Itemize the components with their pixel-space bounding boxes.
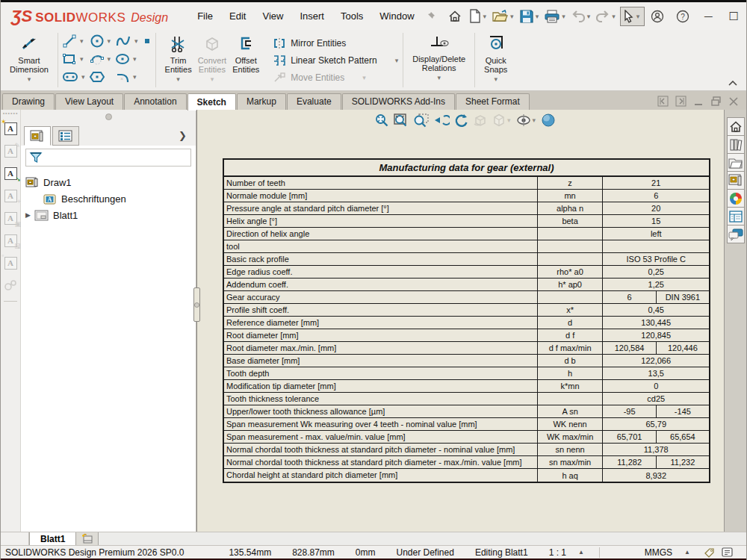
- smart-dimension-button[interactable]: Smart Dimension ▾: [7, 33, 52, 87]
- chevron-down-icon[interactable]: ▾: [612, 13, 616, 20]
- table-row[interactable]: Gear accuracy6DIN 3961: [224, 291, 709, 304]
- table-row[interactable]: Profile shift coeff.x*0,45: [224, 304, 709, 317]
- save-note-button[interactable]: A🖫: [2, 231, 19, 249]
- table-row[interactable]: tool: [224, 240, 709, 253]
- chevron-down-icon[interactable]: ▾: [587, 13, 591, 20]
- chevron-down-icon[interactable]: ▾: [211, 75, 214, 83]
- table-row[interactable]: Helix angle [°]beta15: [224, 215, 709, 228]
- tab-view-layout[interactable]: View Layout: [55, 93, 123, 110]
- tab-sheet-format[interactable]: Sheet Format: [456, 93, 530, 110]
- print-button[interactable]: ▾: [543, 7, 570, 25]
- zoom-region-button[interactable]: [413, 113, 430, 128]
- zoom-to-area-button[interactable]: [393, 113, 409, 128]
- notes-icon[interactable]: [722, 547, 733, 558]
- gear-tool-button[interactable]: [2, 276, 19, 294]
- circle-tool-icon[interactable]: [89, 33, 105, 49]
- lock-note-button[interactable]: A▣: [2, 209, 19, 227]
- help-icon[interactable]: ?: [670, 7, 695, 26]
- table-row[interactable]: Tooth thickness tolerancecd25: [224, 393, 709, 405]
- trim-entities-button[interactable]: Trim Entities ▾: [162, 33, 195, 88]
- panel-splitter[interactable]: [196, 110, 202, 532]
- pane-minimize-icon[interactable]: [693, 96, 704, 107]
- table-row[interactable]: Root diameter [mm]d f120,845: [224, 329, 709, 342]
- table-row[interactable]: Number of teethz21: [224, 177, 709, 190]
- previous-view-button[interactable]: [433, 113, 450, 127]
- gear-data-table[interactable]: Manufacturing data for gear (external) N…: [223, 158, 710, 483]
- table-row[interactable]: Reference diameter [mm]d130,445: [224, 317, 709, 329]
- convert-entities-button[interactable]: Convert Entities ▾: [195, 33, 230, 88]
- chevron-down-icon[interactable]: ▾: [510, 13, 514, 20]
- view-settings-button[interactable]: [541, 113, 556, 128]
- table-row[interactable]: Normal chordal tooth thickness at standa…: [224, 456, 709, 469]
- menu-insert[interactable]: Insert: [291, 6, 332, 26]
- table-row[interactable]: Direction of helix angleleft: [224, 228, 709, 240]
- splitter-handle[interactable]: [193, 287, 200, 322]
- chevron-down-icon[interactable]: ▾: [28, 75, 31, 83]
- account-icon[interactable]: [645, 7, 670, 26]
- edit-note-button[interactable]: A✎: [2, 142, 19, 160]
- line-tool-icon[interactable]: [61, 33, 78, 49]
- table-row[interactable]: Pressure angle at standard pitch diamete…: [224, 202, 709, 215]
- redo-button[interactable]: ▾: [595, 8, 620, 25]
- chevron-down-icon[interactable]: ▾: [395, 57, 399, 64]
- units-popup-icon[interactable]: ▲: [684, 549, 690, 556]
- appearances-button[interactable]: [727, 189, 745, 208]
- display-style-button[interactable]: ▾: [492, 113, 512, 128]
- ghost-note-button[interactable]: A∘: [2, 254, 19, 272]
- menu-window[interactable]: Window: [371, 6, 422, 26]
- quick-snaps-button[interactable]: Quick Snaps ▾: [481, 33, 510, 87]
- table-row[interactable]: Root diameter max./min. [mm]d f max/min1…: [224, 342, 709, 355]
- resources-button[interactable]: [727, 135, 745, 154]
- expand-icon[interactable]: ▶: [25, 211, 34, 219]
- table-row[interactable]: Normal chordal tooth thickness at standa…: [224, 444, 709, 456]
- rotate-view-button[interactable]: [453, 113, 468, 128]
- chevron-down-icon[interactable]: ▾: [108, 55, 111, 63]
- tab-property-manager[interactable]: [52, 126, 79, 146]
- table-row[interactable]: Chordal height at standard pitch diamete…: [224, 469, 709, 482]
- forum-button[interactable]: [727, 225, 745, 243]
- chevron-down-icon[interactable]: ▾: [134, 37, 138, 45]
- rectangle-tool-icon[interactable]: [61, 51, 78, 67]
- table-row[interactable]: Span measurement - max. value/min. value…: [224, 431, 709, 444]
- sheet-scroll-gutter[interactable]: [1, 532, 29, 545]
- spline-tool-icon[interactable]: [114, 33, 132, 49]
- ellipse-tool-icon[interactable]: [114, 51, 131, 67]
- add-note-button[interactable]: A+: [2, 187, 19, 205]
- mirror-entities-button[interactable]: Mirror Entities: [273, 35, 398, 52]
- chevron-down-icon[interactable]: ▾: [507, 116, 511, 124]
- table-row[interactable]: Normale module [mm]mn6: [224, 190, 709, 202]
- previous-pane-icon[interactable]: [657, 96, 669, 107]
- view-palette-button[interactable]: [727, 171, 745, 190]
- chevron-down-icon[interactable]: ▾: [437, 74, 441, 81]
- fillet-tool-icon[interactable]: ×: [114, 69, 131, 85]
- new-note-button[interactable]: A✶: [2, 119, 19, 137]
- unit-system[interactable]: MMGS: [645, 547, 672, 558]
- select-cursor-button[interactable]: ▾: [620, 7, 645, 26]
- panel-top-handle[interactable]: [21, 110, 196, 123]
- menu-view[interactable]: View: [254, 6, 291, 26]
- table-row[interactable]: Base diameter [mm]d b122,066: [224, 355, 709, 367]
- zoom-fit-button[interactable]: [374, 113, 389, 128]
- table-row[interactable]: Span measurement Wk measuring over 4 tee…: [224, 418, 709, 431]
- graphics-area[interactable]: ▾▾ Manufacturing data for gear (external…: [202, 110, 724, 532]
- chevron-down-icon[interactable]: ▾: [362, 74, 366, 81]
- chevron-down-icon[interactable]: ▾: [176, 75, 180, 83]
- menu-file[interactable]: File: [189, 6, 221, 26]
- table-row[interactable]: Tooth depthh13,5: [224, 367, 709, 380]
- table-row[interactable]: Addendum coeff.h* ap01,25: [224, 279, 709, 291]
- pane-close-icon[interactable]: [728, 96, 739, 107]
- linear-sketch-pattern-button[interactable]: Linear Sketch Pattern ▾: [273, 52, 398, 69]
- chevron-down-icon[interactable]: ▾: [81, 73, 85, 81]
- point-tool-icon[interactable]: [142, 36, 152, 46]
- tab-evaluate[interactable]: Evaluate: [287, 93, 341, 110]
- tree-filter[interactable]: [25, 149, 191, 167]
- expand-panel-icon[interactable]: ❯: [173, 130, 193, 146]
- toolbar-grip[interactable]: ••••••: [3, 111, 19, 117]
- menu-tools[interactable]: Tools: [332, 6, 371, 26]
- scale-popup-icon[interactable]: ▲: [578, 549, 584, 556]
- tree-item-blatt1[interactable]: ▶Blatt1: [25, 207, 196, 223]
- chevron-down-icon[interactable]: ▾: [562, 13, 565, 20]
- tab-sketch[interactable]: Sketch: [187, 93, 236, 111]
- tree-item-beschriftungen[interactable]: ABeschriftungen: [25, 190, 196, 207]
- minimize-button[interactable]: ─: [695, 7, 721, 25]
